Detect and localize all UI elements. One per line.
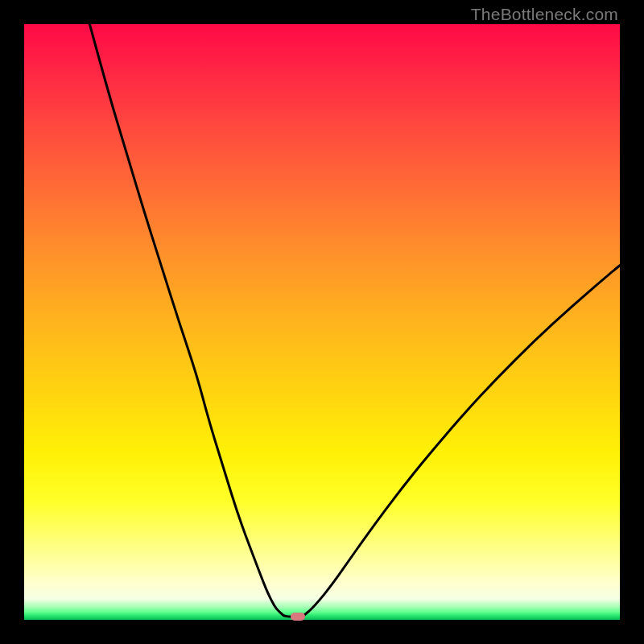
plot-area xyxy=(24,24,620,620)
chart-frame: TheBottleneck.com xyxy=(0,0,644,644)
optimum-marker xyxy=(291,613,305,621)
watermark-text: TheBottleneck.com xyxy=(471,5,618,24)
curve-path xyxy=(89,24,620,617)
bottleneck-curve xyxy=(24,24,620,620)
